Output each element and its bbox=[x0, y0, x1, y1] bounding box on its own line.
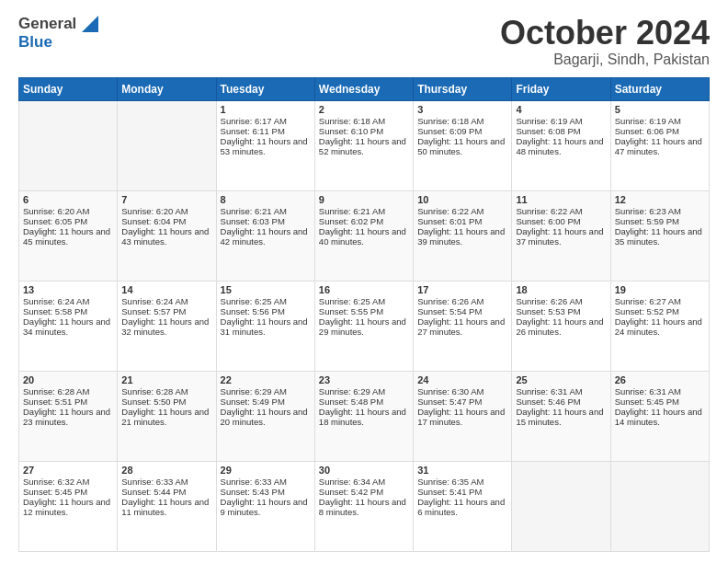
day-number: 2 bbox=[319, 104, 409, 115]
cell-info-line: Sunrise: 6:20 AM bbox=[23, 206, 113, 216]
cell-info-line: Sunrise: 6:22 AM bbox=[516, 206, 606, 216]
cell-info-line: Sunset: 5:42 PM bbox=[319, 487, 409, 497]
calendar-cell bbox=[610, 461, 709, 551]
cell-info-line: Sunset: 5:54 PM bbox=[417, 306, 507, 316]
cell-info-line: Sunrise: 6:32 AM bbox=[23, 477, 113, 487]
calendar-cell: 11Sunrise: 6:22 AMSunset: 6:00 PMDayligh… bbox=[512, 190, 610, 281]
cell-info-line: Sunset: 5:53 PM bbox=[516, 306, 606, 316]
cell-info-line: Sunset: 6:06 PM bbox=[615, 126, 705, 136]
calendar-cell: 2Sunrise: 6:18 AMSunset: 6:10 PMDaylight… bbox=[314, 100, 413, 190]
cell-info-line: Daylight: 11 hours and 50 minutes. bbox=[417, 136, 507, 156]
cell-info-line: Sunset: 5:45 PM bbox=[615, 396, 705, 407]
logo-general-text: General bbox=[18, 15, 76, 33]
calendar-cell: 28Sunrise: 6:33 AMSunset: 5:44 PMDayligh… bbox=[118, 461, 216, 551]
cell-info-line: Sunrise: 6:33 AM bbox=[121, 477, 211, 487]
day-number: 3 bbox=[417, 104, 507, 115]
cell-info-line: Daylight: 11 hours and 17 minutes. bbox=[417, 407, 507, 427]
cell-info-line: Sunset: 6:02 PM bbox=[319, 216, 409, 226]
day-number: 6 bbox=[23, 194, 113, 205]
cell-info-line: Sunrise: 6:31 AM bbox=[516, 386, 606, 396]
cell-info-line: Sunrise: 6:21 AM bbox=[221, 206, 311, 216]
calendar-week-row: 13Sunrise: 6:24 AMSunset: 5:58 PMDayligh… bbox=[19, 281, 710, 371]
cell-info-line: Daylight: 11 hours and 8 minutes. bbox=[319, 497, 409, 517]
day-number: 8 bbox=[221, 194, 311, 205]
day-number: 10 bbox=[417, 194, 507, 205]
logo-triangle-icon bbox=[78, 16, 98, 32]
cell-info-line: Daylight: 11 hours and 53 minutes. bbox=[221, 136, 311, 156]
cell-info-line: Sunset: 5:41 PM bbox=[417, 487, 507, 497]
cell-info-line: Daylight: 11 hours and 26 minutes. bbox=[516, 316, 606, 337]
cell-info-line: Daylight: 11 hours and 40 minutes. bbox=[319, 226, 409, 247]
calendar-cell: 22Sunrise: 6:29 AMSunset: 5:49 PMDayligh… bbox=[216, 371, 314, 461]
cell-info-line: Daylight: 11 hours and 21 minutes. bbox=[121, 407, 211, 427]
cell-info-line: Sunrise: 6:33 AM bbox=[221, 477, 311, 487]
calendar-cell: 29Sunrise: 6:33 AMSunset: 5:43 PMDayligh… bbox=[216, 461, 314, 551]
day-number: 17 bbox=[417, 284, 507, 295]
cell-info-line: Sunset: 6:09 PM bbox=[417, 126, 507, 136]
calendar-cell: 1Sunrise: 6:17 AMSunset: 6:11 PMDaylight… bbox=[216, 100, 314, 190]
calendar-header-row: SundayMondayTuesdayWednesdayThursdayFrid… bbox=[19, 77, 710, 100]
day-number: 25 bbox=[516, 374, 606, 385]
cell-info-line: Daylight: 11 hours and 15 minutes. bbox=[516, 407, 606, 427]
day-number: 23 bbox=[319, 374, 409, 385]
cell-info-line: Sunrise: 6:21 AM bbox=[319, 206, 409, 216]
day-number: 21 bbox=[121, 374, 211, 385]
cell-info-line: Sunset: 5:44 PM bbox=[121, 487, 211, 497]
calendar-day-header: Friday bbox=[512, 77, 610, 100]
calendar-cell: 15Sunrise: 6:25 AMSunset: 5:56 PMDayligh… bbox=[216, 281, 314, 371]
cell-info-line: Daylight: 11 hours and 12 minutes. bbox=[23, 497, 113, 517]
cell-info-line: Daylight: 11 hours and 42 minutes. bbox=[221, 226, 311, 247]
calendar-cell: 31Sunrise: 6:35 AMSunset: 5:41 PMDayligh… bbox=[414, 461, 512, 551]
cell-info-line: Sunrise: 6:18 AM bbox=[417, 116, 507, 126]
cell-info-line: Sunset: 6:04 PM bbox=[121, 216, 211, 226]
cell-info-line: Sunset: 6:10 PM bbox=[319, 126, 409, 136]
cell-info-line: Daylight: 11 hours and 31 minutes. bbox=[221, 316, 311, 337]
cell-info-line: Daylight: 11 hours and 18 minutes. bbox=[319, 407, 409, 427]
cell-info-line: Daylight: 11 hours and 11 minutes. bbox=[121, 497, 211, 517]
cell-info-line: Sunset: 6:08 PM bbox=[516, 126, 606, 136]
cell-info-line: Sunrise: 6:22 AM bbox=[417, 206, 507, 216]
cell-info-line: Sunset: 5:58 PM bbox=[23, 306, 113, 316]
day-number: 26 bbox=[615, 374, 705, 385]
cell-info-line: Daylight: 11 hours and 9 minutes. bbox=[221, 497, 311, 517]
calendar-cell: 5Sunrise: 6:19 AMSunset: 6:06 PMDaylight… bbox=[610, 100, 709, 190]
cell-info-line: Sunset: 5:49 PM bbox=[221, 396, 311, 407]
calendar-week-row: 27Sunrise: 6:32 AMSunset: 5:45 PMDayligh… bbox=[19, 461, 710, 551]
cell-info-line: Sunset: 5:51 PM bbox=[23, 396, 113, 407]
calendar-cell: 26Sunrise: 6:31 AMSunset: 5:45 PMDayligh… bbox=[610, 371, 709, 461]
calendar-table: SundayMondayTuesdayWednesdayThursdayFrid… bbox=[18, 77, 710, 552]
day-number: 12 bbox=[615, 194, 705, 205]
cell-info-line: Sunrise: 6:19 AM bbox=[615, 116, 705, 126]
day-number: 4 bbox=[516, 104, 606, 115]
day-number: 16 bbox=[319, 284, 409, 295]
calendar-cell: 27Sunrise: 6:32 AMSunset: 5:45 PMDayligh… bbox=[19, 461, 118, 551]
month-title: October 2024 bbox=[500, 15, 710, 52]
day-number: 5 bbox=[615, 104, 705, 115]
day-number: 29 bbox=[221, 465, 311, 476]
cell-info-line: Sunrise: 6:30 AM bbox=[417, 386, 507, 396]
calendar-week-row: 1Sunrise: 6:17 AMSunset: 6:11 PMDaylight… bbox=[19, 100, 710, 190]
cell-info-line: Sunrise: 6:18 AM bbox=[319, 116, 409, 126]
cell-info-line: Daylight: 11 hours and 45 minutes. bbox=[23, 226, 113, 247]
calendar-week-row: 6Sunrise: 6:20 AMSunset: 6:05 PMDaylight… bbox=[19, 190, 710, 281]
cell-info-line: Sunset: 6:05 PM bbox=[23, 216, 113, 226]
header: General Blue October 2024 Bagarji, Sindh… bbox=[18, 15, 710, 68]
day-number: 20 bbox=[23, 374, 113, 385]
day-number: 27 bbox=[23, 465, 113, 476]
cell-info-line: Daylight: 11 hours and 14 minutes. bbox=[615, 407, 705, 427]
cell-info-line: Sunrise: 6:24 AM bbox=[121, 296, 211, 306]
calendar-day-header: Sunday bbox=[19, 77, 118, 100]
calendar-cell: 30Sunrise: 6:34 AMSunset: 5:42 PMDayligh… bbox=[314, 461, 413, 551]
calendar-cell: 16Sunrise: 6:25 AMSunset: 5:55 PMDayligh… bbox=[314, 281, 413, 371]
cell-info-line: Daylight: 11 hours and 24 minutes. bbox=[615, 316, 705, 337]
day-number: 14 bbox=[121, 284, 211, 295]
day-number: 9 bbox=[319, 194, 409, 205]
logo: General Blue bbox=[18, 15, 98, 52]
cell-info-line: Daylight: 11 hours and 34 minutes. bbox=[23, 316, 113, 337]
cell-info-line: Sunset: 5:43 PM bbox=[221, 487, 311, 497]
day-number: 15 bbox=[221, 284, 311, 295]
calendar-cell: 23Sunrise: 6:29 AMSunset: 5:48 PMDayligh… bbox=[314, 371, 413, 461]
cell-info-line: Sunset: 5:47 PM bbox=[417, 396, 507, 407]
calendar-cell: 6Sunrise: 6:20 AMSunset: 6:05 PMDaylight… bbox=[19, 190, 118, 281]
logo-blue-text: Blue bbox=[18, 33, 52, 51]
